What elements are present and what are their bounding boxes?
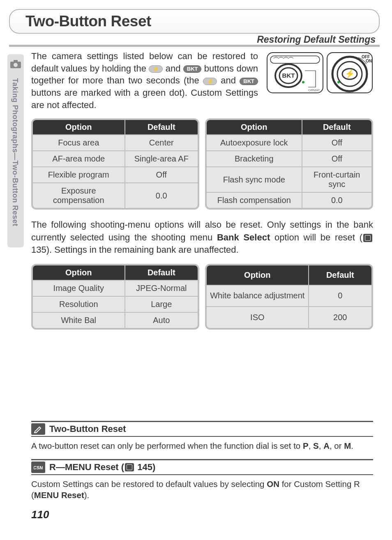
page-ref-icon <box>125 463 134 471</box>
table-row: ResolutionLarge <box>33 296 198 312</box>
defaults-table-right: Option Default Autoexposure lockOff Brac… <box>205 118 373 210</box>
note-header-1: Two-Button Reset <box>31 421 373 437</box>
table-row: AF-area modeSingle-area AF <box>33 150 198 166</box>
intro-paragraph: The camera settings listed below can be … <box>31 50 258 111</box>
svg-point-2 <box>14 63 18 67</box>
table-row: Focus areaCenter <box>33 134 198 150</box>
table-row: Autoexposure lockOff <box>207 134 371 150</box>
th-option: Option <box>207 120 302 134</box>
th-default: Default <box>309 265 371 285</box>
sidebar-label: Taking Photographs—Two-Button Reset <box>11 78 19 226</box>
table-row: Flexible programOff <box>33 166 198 182</box>
page-subtitle: Restoring Default Settings <box>257 34 376 45</box>
shooting-menu-table-left: Option Default Image QualityJPEG-Normal … <box>31 264 199 330</box>
table-row: ISO200 <box>207 306 371 328</box>
shooting-menu-table-right: Option Default White balance adjustment0… <box>205 264 373 330</box>
svg-rect-1 <box>14 60 18 62</box>
th-option: Option <box>33 120 125 134</box>
th-option: Option <box>33 265 125 280</box>
table-row: White balance adjustment0 <box>207 285 371 306</box>
camera-top-illustration: BKT ORMAT <box>266 50 324 95</box>
th-default: Default <box>125 120 198 134</box>
camera-dial-illustration: ⚡ OFF ON <box>326 50 373 95</box>
sidebar-tab: Taking Photographs—Two-Button Reset <box>7 54 24 247</box>
page-ref-icon <box>363 234 372 242</box>
camera-figures: BKT ORMAT ⚡ OFF ON <box>266 50 373 111</box>
table-row: Flash compensation0.0 <box>207 192 371 208</box>
svg-rect-4 <box>270 56 320 63</box>
th-option: Option <box>207 265 309 285</box>
flash-button-glyph-2: ⚡ <box>203 78 217 85</box>
table-row: BracketingOff <box>207 150 371 166</box>
intro-text-d: and <box>221 75 240 85</box>
flash-button-glyph: ⚡ <box>149 65 163 73</box>
page-title: Two-Button Reset <box>25 13 151 30</box>
th-default: Default <box>125 265 198 280</box>
svg-text:ON: ON <box>366 59 372 63</box>
svg-text:CSM: CSM <box>34 465 43 470</box>
csm-icon: CSM <box>31 462 45 473</box>
note-header-2: CSM R—MENU Reset ( 145) <box>31 459 373 475</box>
bkt-button-glyph-2: BKT <box>240 78 258 85</box>
bkt-button-glyph: BKT <box>183 65 202 73</box>
note-body-1: A two-button reset can only be performed… <box>31 440 373 452</box>
svg-text:BKT: BKT <box>282 72 295 79</box>
page-number: 110 <box>31 508 373 521</box>
title-banner: Two-Button Reset Restoring Default Setti… <box>9 9 380 47</box>
pencil-icon <box>31 423 45 435</box>
svg-point-8 <box>302 81 304 83</box>
svg-text:⚡: ⚡ <box>345 69 355 78</box>
note-title-2: R—MENU Reset ( 145) <box>49 462 155 473</box>
table-row: Image QualityJPEG-Normal <box>33 280 198 296</box>
svg-point-15 <box>337 81 340 83</box>
table-row: Flash sync modeFront-curtain sync <box>207 166 371 192</box>
intro-text-e: buttons are marked with a green dot). Cu… <box>31 88 258 110</box>
table-row: White BalAuto <box>33 312 198 328</box>
th-default: Default <box>302 120 371 134</box>
camera-icon <box>10 59 21 69</box>
svg-text:ORMAT: ORMAT <box>308 88 320 92</box>
shooting-menu-paragraph: The following shooting-menu options will… <box>31 219 373 256</box>
note-body-2: Custom Settings can be restored to defau… <box>31 478 373 501</box>
note-title-1: Two-Button Reset <box>49 424 126 434</box>
table-row: Exposure compensation0.0 <box>33 182 198 208</box>
intro-text-b: and <box>166 63 183 74</box>
defaults-table-left: Option Default Focus areaCenter AF-area … <box>31 118 199 210</box>
